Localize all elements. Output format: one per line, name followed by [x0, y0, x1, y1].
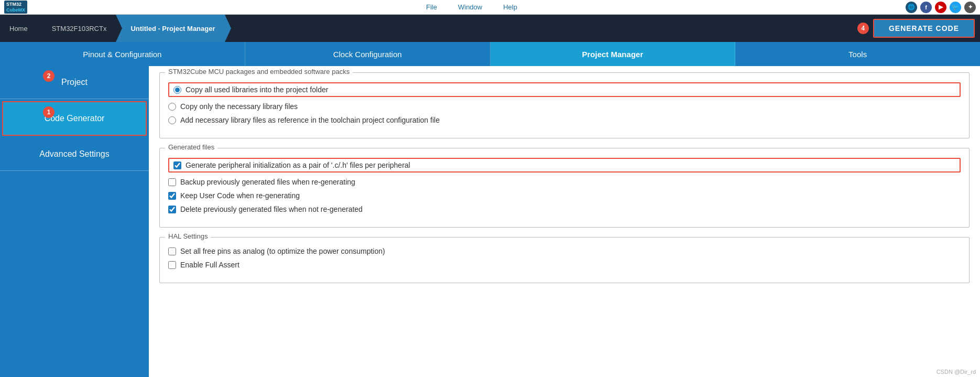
checkbox-full-assert-label: Enable Full Assert — [180, 261, 239, 269]
libraries-section: STM32Cube MCU packages and embedded soft… — [159, 72, 970, 138]
sidebar-item-advanced-settings-label: Advanced Settings — [39, 149, 109, 158]
tab-tools[interactable]: Tools — [735, 42, 980, 66]
checkbox-analog-pins-input[interactable] — [168, 247, 176, 255]
crumb-mcu[interactable]: STM32F103RCTx — [37, 15, 116, 42]
logo-stm32: STM32 — [6, 2, 25, 7]
code-generator-badge: 1 — [43, 106, 55, 118]
right-panel: STM32Cube MCU packages and embedded soft… — [149, 66, 980, 377]
facebook-icon[interactable]: f — [920, 2, 932, 13]
logo-area: STM32 CubeMX — [4, 1, 27, 14]
generate-badge: 4 — [857, 23, 869, 34]
radio-copy-all-input[interactable] — [173, 86, 181, 94]
right-icons: 🌐 f ▶ 🐦 ✦ — [906, 2, 976, 13]
top-menu-bar: STM32 CubeMX File Window Help 🌐 f ▶ 🐦 ✦ — [0, 0, 980, 15]
tab-bar: Pinout & Configuration Clock Configurati… — [0, 42, 980, 66]
sidebar-item-project-label: Project — [61, 78, 88, 87]
nav-bar: Home STM32F103RCTx Untitled - Project Ma… — [0, 15, 980, 42]
checkbox-full-assert-input[interactable] — [168, 261, 176, 269]
logo: STM32 CubeMX — [4, 1, 27, 14]
main-content: 2 Project 1 Code Generator Advanced Sett… — [0, 66, 980, 377]
breadcrumb: Home STM32F103RCTx Untitled - Project Ma… — [0, 15, 225, 42]
crumb-home[interactable]: Home — [0, 15, 37, 42]
tab-clock[interactable]: Clock Configuration — [245, 42, 491, 66]
checkbox-generate-peripheral-input[interactable] — [173, 161, 181, 169]
sidebar-item-project[interactable]: 2 Project — [0, 66, 149, 99]
globe-icon[interactable]: 🌐 — [906, 2, 917, 13]
radio-copy-necessary-input[interactable] — [168, 103, 176, 111]
checkbox-analog-pins-label: Set all free pins as analog (to optimize… — [180, 247, 385, 255]
menu-window[interactable]: Window — [458, 3, 482, 11]
checkbox-delete-previously-label: Delete previously generated files when n… — [180, 205, 363, 213]
sidebar-item-code-generator[interactable]: 1 Code Generator — [2, 101, 147, 136]
menu-items: File Window Help — [38, 3, 906, 11]
hal-settings-section: HAL Settings Set all free pins as analog… — [159, 237, 970, 283]
radio-copy-necessary[interactable]: Copy only the necessary library files — [168, 102, 961, 111]
menu-help[interactable]: Help — [503, 3, 517, 11]
project-badge: 2 — [43, 70, 55, 82]
radio-copy-all-libraries[interactable]: Copy all used libraries into the project… — [168, 82, 961, 97]
twitter-icon[interactable]: 🐦 — [950, 2, 961, 13]
radio-add-reference[interactable]: Add necessary library files as reference… — [168, 116, 961, 124]
radio-copy-all-label: Copy all used libraries into the project… — [186, 85, 328, 94]
checkbox-keep-user-code[interactable]: Keep User Code when re-generating — [168, 191, 961, 200]
tab-project-manager[interactable]: Project Manager — [491, 42, 736, 66]
radio-add-reference-input[interactable] — [168, 116, 176, 124]
sidebar: 2 Project 1 Code Generator Advanced Sett… — [0, 66, 149, 377]
hal-settings-title: HAL Settings — [165, 232, 211, 240]
checkbox-generate-peripheral[interactable]: Generate peripheral initialization as a … — [168, 158, 961, 173]
crumb-project-manager[interactable]: Untitled - Project Manager — [116, 15, 224, 42]
libraries-section-title: STM32Cube MCU packages and embedded soft… — [165, 68, 353, 76]
checkbox-keep-user-code-label: Keep User Code when re-generating — [180, 191, 300, 200]
youtube-icon[interactable]: ▶ — [935, 2, 946, 13]
checkbox-backup[interactable]: Backup previously generated files when r… — [168, 178, 961, 186]
tab-pinout[interactable]: Pinout & Configuration — [0, 42, 245, 66]
generated-files-section: Generated files Generate peripheral init… — [159, 148, 970, 228]
checkbox-backup-label: Backup previously generated files when r… — [180, 178, 355, 186]
watermark: CSDN @Dir_rd — [937, 369, 976, 375]
checkbox-backup-input[interactable] — [168, 178, 176, 186]
checkbox-generate-peripheral-label: Generate peripheral initialization as a … — [186, 161, 410, 169]
sidebar-item-advanced-settings[interactable]: Advanced Settings — [0, 138, 149, 171]
radio-add-reference-label: Add necessary library files as reference… — [180, 116, 440, 124]
generate-code-button[interactable]: GENERATE CODE — [873, 19, 975, 38]
checkbox-analog-pins[interactable]: Set all free pins as analog (to optimize… — [168, 247, 961, 255]
logo-cubemx: CubeMX — [6, 7, 25, 13]
checkbox-full-assert[interactable]: Enable Full Assert — [168, 261, 961, 269]
radio-copy-necessary-label: Copy only the necessary library files — [180, 102, 298, 111]
generated-files-section-title: Generated files — [165, 143, 217, 151]
checkbox-delete-previously-input[interactable] — [168, 206, 176, 213]
checkbox-delete-previously[interactable]: Delete previously generated files when n… — [168, 205, 961, 213]
generate-btn-area: 4 GENERATE CODE — [857, 19, 980, 38]
network-icon[interactable]: ✦ — [964, 2, 976, 13]
checkbox-keep-user-code-input[interactable] — [168, 192, 176, 200]
menu-file[interactable]: File — [426, 3, 437, 11]
